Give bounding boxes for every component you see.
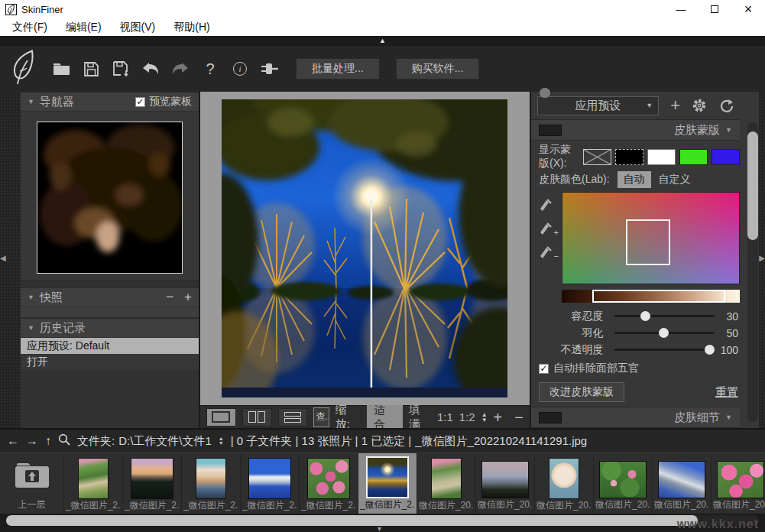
eyedropper-remove-icon[interactable]: −	[539, 242, 557, 259]
custom-mode-button[interactable]: 自定义	[659, 173, 691, 187]
close-button[interactable]: ×	[731, 0, 765, 18]
zoom-1to1-button[interactable]: 1:1	[437, 410, 453, 423]
photo-thumbnail[interactable]	[131, 458, 173, 499]
auto-mode-button[interactable]: 自动	[618, 171, 651, 188]
photo-thumbnail[interactable]	[717, 461, 764, 498]
history-item-open[interactable]: 打开	[21, 354, 199, 370]
navigator-thumbnail[interactable]	[37, 122, 183, 274]
filmstrip-item[interactable]: 微信图片_20...	[653, 453, 712, 514]
filmstrip-scrollbar-thumb[interactable]	[6, 515, 698, 526]
undo-icon[interactable]	[141, 57, 160, 80]
filmstrip-scrollbar[interactable]	[6, 515, 759, 526]
photo-thumbnail[interactable]	[307, 458, 350, 499]
zoom-out-button[interactable]: −	[514, 410, 524, 424]
skin-mask-toggle[interactable]	[539, 125, 562, 136]
toolbar-collapse-strip[interactable]: ▲	[0, 36, 765, 46]
add-preset-button[interactable]: +	[670, 98, 680, 113]
split-vertical-view-button[interactable]	[242, 408, 272, 427]
up-folder-icon[interactable]: ↑	[45, 434, 51, 448]
filmstrip-item[interactable]: _微信图片_2...	[182, 453, 241, 514]
exclude-face-checkbox[interactable]: ✓	[539, 364, 549, 374]
menu-file[interactable]: 文件(F)	[3, 18, 57, 36]
right-scrollbar-thumb[interactable]	[747, 131, 758, 240]
info-icon[interactable]: i	[230, 57, 250, 80]
photo-thumbnail[interactable]	[431, 458, 462, 499]
zoom-in-button[interactable]: +	[494, 410, 503, 424]
save-as-icon[interactable]	[111, 57, 131, 80]
batch-process-button[interactable]: 批量处理...	[296, 58, 380, 79]
zoom-ratio-value[interactable]: 1:2	[459, 410, 475, 423]
skin-mask-header[interactable]: 皮肤蒙版 ▼	[531, 119, 740, 141]
history-item-apply-preset[interactable]: 应用预设: Default	[21, 338, 199, 354]
mask-swatch-none[interactable]	[583, 149, 611, 165]
menu-help[interactable]: 帮助(H)	[164, 18, 219, 36]
filmstrip-item[interactable]: 微信图片_20...	[417, 453, 476, 514]
opacity-slider[interactable]	[614, 349, 715, 351]
right-panel-splitter[interactable]: ▶	[759, 92, 765, 428]
help-icon[interactable]: ?	[200, 57, 220, 80]
image-canvas[interactable]	[200, 92, 530, 405]
redo-icon[interactable]	[170, 57, 190, 80]
left-panel-splitter[interactable]: ◀	[0, 92, 21, 428]
mask-swatch-black[interactable]	[615, 149, 643, 165]
filmstrip-item[interactable]: 微信图片_20...	[535, 453, 594, 514]
filmstrip-item[interactable]: _微信图片_2...	[64, 453, 123, 514]
preview-mask-checkbox[interactable]: ✓	[135, 97, 145, 107]
right-scrollbar[interactable]	[747, 122, 758, 422]
collapse-down-icon[interactable]: ▼	[376, 526, 383, 532]
minimize-button[interactable]: —	[664, 0, 698, 18]
filmstrip-item[interactable]: _微信图片_2...	[300, 453, 358, 514]
folder-spinner-icon[interactable]: ▲▼	[219, 436, 224, 446]
navigator-header[interactable]: ▼ 导航器 ✓ 预览蒙板	[21, 92, 199, 112]
filmstrip-item[interactable]: 微信图片_20...	[712, 453, 765, 514]
snapshot-list[interactable]	[21, 307, 199, 318]
skin-detail-toggle[interactable]	[539, 412, 562, 423]
feather-slider[interactable]	[614, 332, 715, 334]
filmstrip-item[interactable]: _微信图片_2...	[123, 453, 182, 514]
maximize-button[interactable]	[698, 0, 731, 18]
luminance-gradient-bar[interactable]	[562, 290, 740, 303]
single-view-button[interactable]	[206, 408, 236, 427]
color-selection-box[interactable]	[626, 219, 670, 266]
filmstrip-item-selected[interactable]: _微信图片_2...	[358, 453, 417, 514]
photo-thumbnail[interactable]	[248, 458, 291, 499]
filmstrip-item[interactable]: 微信图片_20...	[594, 453, 653, 514]
slider-knob[interactable]	[640, 311, 650, 321]
apply-preset-dropdown[interactable]: 应用预设 ▼	[537, 96, 659, 115]
menu-edit[interactable]: 编辑(E)	[57, 18, 111, 36]
zoom-fill-button[interactable]: 填满	[409, 403, 431, 432]
improve-skin-mask-button[interactable]: 改进皮肤蒙版	[539, 382, 624, 402]
search-icon[interactable]	[58, 433, 70, 449]
mask-swatch-blue[interactable]	[712, 149, 740, 165]
buy-software-button[interactable]: 购买软件...	[396, 58, 480, 79]
compare-button[interactable]: 查..	[313, 407, 329, 427]
plugin-icon[interactable]	[260, 57, 280, 80]
photo-thumbnail[interactable]	[196, 458, 226, 499]
main-photo[interactable]	[222, 99, 507, 397]
mask-swatch-white[interactable]	[647, 149, 676, 165]
eyedropper-icon[interactable]	[539, 195, 557, 212]
split-horizontal-view-button[interactable]	[278, 408, 308, 427]
preset-settings-gear-icon[interactable]	[692, 98, 707, 113]
skin-detail-header[interactable]: 皮肤细节 ▼	[531, 407, 740, 428]
snapshot-remove-button[interactable]: −	[166, 290, 173, 305]
photo-thumbnail[interactable]	[78, 458, 109, 499]
photo-thumbnail[interactable]	[599, 461, 647, 498]
luminance-range-box[interactable]	[592, 290, 726, 303]
tolerance-slider[interactable]	[614, 315, 715, 317]
photo-thumbnail[interactable]	[658, 461, 705, 498]
photo-thumbnail[interactable]	[481, 461, 529, 498]
photo-thumbnail[interactable]	[549, 458, 579, 499]
history-header[interactable]: ▼ 历史记录	[21, 318, 199, 338]
mask-swatch-green[interactable]	[679, 149, 708, 165]
save-icon[interactable]	[81, 57, 101, 80]
photo-thumbnail[interactable]	[366, 456, 409, 498]
slider-knob[interactable]	[659, 328, 669, 338]
eyedropper-add-icon[interactable]: +	[539, 219, 557, 235]
refresh-presets-icon[interactable]	[718, 98, 734, 113]
open-folder-icon[interactable]	[51, 57, 71, 80]
skin-color-field[interactable]	[562, 192, 740, 284]
menu-view[interactable]: 视图(V)	[111, 18, 165, 36]
filmstrip-item[interactable]: _微信图片_2...	[241, 453, 300, 514]
filmstrip-item[interactable]: 微信图片_20...	[476, 453, 535, 514]
